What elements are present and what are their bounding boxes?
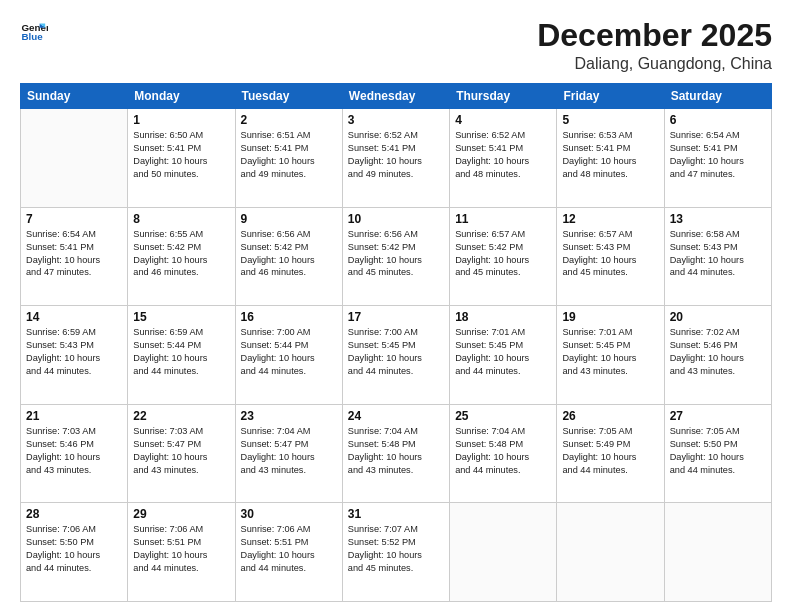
- calendar-cell: 26Sunrise: 7:05 AM Sunset: 5:49 PM Dayli…: [557, 404, 664, 503]
- day-info: Sunrise: 7:04 AM Sunset: 5:47 PM Dayligh…: [241, 425, 337, 477]
- calendar-cell: 6Sunrise: 6:54 AM Sunset: 5:41 PM Daylig…: [664, 109, 771, 208]
- svg-text:Blue: Blue: [21, 31, 43, 42]
- calendar-cell: 2Sunrise: 6:51 AM Sunset: 5:41 PM Daylig…: [235, 109, 342, 208]
- day-info: Sunrise: 6:53 AM Sunset: 5:41 PM Dayligh…: [562, 129, 658, 181]
- calendar-week-row: 7Sunrise: 6:54 AM Sunset: 5:41 PM Daylig…: [21, 207, 772, 306]
- day-number: 23: [241, 409, 337, 423]
- weekday-header: Saturday: [664, 84, 771, 109]
- calendar-cell: 21Sunrise: 7:03 AM Sunset: 5:46 PM Dayli…: [21, 404, 128, 503]
- page: General Blue December 2025 Daliang, Guan…: [0, 0, 792, 612]
- day-number: 18: [455, 310, 551, 324]
- day-info: Sunrise: 6:57 AM Sunset: 5:42 PM Dayligh…: [455, 228, 551, 280]
- logo-icon: General Blue: [20, 18, 48, 46]
- calendar-cell: 12Sunrise: 6:57 AM Sunset: 5:43 PM Dayli…: [557, 207, 664, 306]
- calendar-cell: 15Sunrise: 6:59 AM Sunset: 5:44 PM Dayli…: [128, 306, 235, 405]
- day-info: Sunrise: 6:50 AM Sunset: 5:41 PM Dayligh…: [133, 129, 229, 181]
- day-number: 1: [133, 113, 229, 127]
- calendar-cell: [664, 503, 771, 602]
- calendar-cell: 24Sunrise: 7:04 AM Sunset: 5:48 PM Dayli…: [342, 404, 449, 503]
- weekday-header: Friday: [557, 84, 664, 109]
- calendar-cell: 28Sunrise: 7:06 AM Sunset: 5:50 PM Dayli…: [21, 503, 128, 602]
- calendar-cell: 7Sunrise: 6:54 AM Sunset: 5:41 PM Daylig…: [21, 207, 128, 306]
- day-number: 11: [455, 212, 551, 226]
- calendar-cell: 5Sunrise: 6:53 AM Sunset: 5:41 PM Daylig…: [557, 109, 664, 208]
- header: General Blue December 2025 Daliang, Guan…: [20, 18, 772, 73]
- day-info: Sunrise: 6:59 AM Sunset: 5:44 PM Dayligh…: [133, 326, 229, 378]
- day-info: Sunrise: 6:52 AM Sunset: 5:41 PM Dayligh…: [455, 129, 551, 181]
- day-number: 17: [348, 310, 444, 324]
- calendar-body: 1Sunrise: 6:50 AM Sunset: 5:41 PM Daylig…: [21, 109, 772, 602]
- weekday-header: Tuesday: [235, 84, 342, 109]
- day-number: 25: [455, 409, 551, 423]
- calendar-cell: 31Sunrise: 7:07 AM Sunset: 5:52 PM Dayli…: [342, 503, 449, 602]
- calendar-cell: 11Sunrise: 6:57 AM Sunset: 5:42 PM Dayli…: [450, 207, 557, 306]
- calendar-cell: 4Sunrise: 6:52 AM Sunset: 5:41 PM Daylig…: [450, 109, 557, 208]
- calendar-cell: 9Sunrise: 6:56 AM Sunset: 5:42 PM Daylig…: [235, 207, 342, 306]
- calendar-week-row: 1Sunrise: 6:50 AM Sunset: 5:41 PM Daylig…: [21, 109, 772, 208]
- calendar-cell: 23Sunrise: 7:04 AM Sunset: 5:47 PM Dayli…: [235, 404, 342, 503]
- calendar-cell: 8Sunrise: 6:55 AM Sunset: 5:42 PM Daylig…: [128, 207, 235, 306]
- day-info: Sunrise: 6:51 AM Sunset: 5:41 PM Dayligh…: [241, 129, 337, 181]
- calendar-cell: [557, 503, 664, 602]
- day-info: Sunrise: 7:00 AM Sunset: 5:44 PM Dayligh…: [241, 326, 337, 378]
- calendar-cell: 29Sunrise: 7:06 AM Sunset: 5:51 PM Dayli…: [128, 503, 235, 602]
- calendar-cell: 30Sunrise: 7:06 AM Sunset: 5:51 PM Dayli…: [235, 503, 342, 602]
- calendar-cell: 16Sunrise: 7:00 AM Sunset: 5:44 PM Dayli…: [235, 306, 342, 405]
- calendar-cell: 3Sunrise: 6:52 AM Sunset: 5:41 PM Daylig…: [342, 109, 449, 208]
- calendar-cell: 18Sunrise: 7:01 AM Sunset: 5:45 PM Dayli…: [450, 306, 557, 405]
- weekday-header: Sunday: [21, 84, 128, 109]
- day-number: 14: [26, 310, 122, 324]
- calendar-cell: [21, 109, 128, 208]
- calendar-cell: 1Sunrise: 6:50 AM Sunset: 5:41 PM Daylig…: [128, 109, 235, 208]
- calendar-cell: 20Sunrise: 7:02 AM Sunset: 5:46 PM Dayli…: [664, 306, 771, 405]
- day-number: 30: [241, 507, 337, 521]
- day-number: 26: [562, 409, 658, 423]
- day-info: Sunrise: 6:52 AM Sunset: 5:41 PM Dayligh…: [348, 129, 444, 181]
- logo: General Blue: [20, 18, 48, 46]
- calendar-cell: [450, 503, 557, 602]
- day-number: 29: [133, 507, 229, 521]
- day-info: Sunrise: 7:03 AM Sunset: 5:46 PM Dayligh…: [26, 425, 122, 477]
- day-info: Sunrise: 6:56 AM Sunset: 5:42 PM Dayligh…: [348, 228, 444, 280]
- day-info: Sunrise: 7:04 AM Sunset: 5:48 PM Dayligh…: [455, 425, 551, 477]
- title-block: December 2025 Daliang, Guangdong, China: [537, 18, 772, 73]
- day-info: Sunrise: 7:00 AM Sunset: 5:45 PM Dayligh…: [348, 326, 444, 378]
- day-number: 8: [133, 212, 229, 226]
- day-number: 27: [670, 409, 766, 423]
- day-number: 19: [562, 310, 658, 324]
- calendar-cell: 17Sunrise: 7:00 AM Sunset: 5:45 PM Dayli…: [342, 306, 449, 405]
- calendar: SundayMondayTuesdayWednesdayThursdayFrid…: [20, 83, 772, 602]
- day-info: Sunrise: 7:06 AM Sunset: 5:51 PM Dayligh…: [241, 523, 337, 575]
- day-info: Sunrise: 7:01 AM Sunset: 5:45 PM Dayligh…: [455, 326, 551, 378]
- day-info: Sunrise: 7:03 AM Sunset: 5:47 PM Dayligh…: [133, 425, 229, 477]
- day-number: 4: [455, 113, 551, 127]
- location-title: Daliang, Guangdong, China: [537, 55, 772, 73]
- calendar-week-row: 21Sunrise: 7:03 AM Sunset: 5:46 PM Dayli…: [21, 404, 772, 503]
- day-number: 2: [241, 113, 337, 127]
- day-number: 15: [133, 310, 229, 324]
- calendar-week-row: 14Sunrise: 6:59 AM Sunset: 5:43 PM Dayli…: [21, 306, 772, 405]
- day-info: Sunrise: 7:04 AM Sunset: 5:48 PM Dayligh…: [348, 425, 444, 477]
- weekday-header: Thursday: [450, 84, 557, 109]
- day-number: 28: [26, 507, 122, 521]
- day-number: 5: [562, 113, 658, 127]
- day-number: 6: [670, 113, 766, 127]
- day-info: Sunrise: 7:07 AM Sunset: 5:52 PM Dayligh…: [348, 523, 444, 575]
- day-number: 9: [241, 212, 337, 226]
- day-info: Sunrise: 7:05 AM Sunset: 5:49 PM Dayligh…: [562, 425, 658, 477]
- day-number: 22: [133, 409, 229, 423]
- day-number: 3: [348, 113, 444, 127]
- day-info: Sunrise: 6:54 AM Sunset: 5:41 PM Dayligh…: [26, 228, 122, 280]
- day-info: Sunrise: 7:06 AM Sunset: 5:51 PM Dayligh…: [133, 523, 229, 575]
- weekday-header: Wednesday: [342, 84, 449, 109]
- day-info: Sunrise: 6:55 AM Sunset: 5:42 PM Dayligh…: [133, 228, 229, 280]
- day-number: 13: [670, 212, 766, 226]
- day-number: 20: [670, 310, 766, 324]
- day-number: 12: [562, 212, 658, 226]
- day-info: Sunrise: 7:06 AM Sunset: 5:50 PM Dayligh…: [26, 523, 122, 575]
- calendar-cell: 22Sunrise: 7:03 AM Sunset: 5:47 PM Dayli…: [128, 404, 235, 503]
- day-number: 31: [348, 507, 444, 521]
- day-number: 10: [348, 212, 444, 226]
- day-info: Sunrise: 6:56 AM Sunset: 5:42 PM Dayligh…: [241, 228, 337, 280]
- day-number: 21: [26, 409, 122, 423]
